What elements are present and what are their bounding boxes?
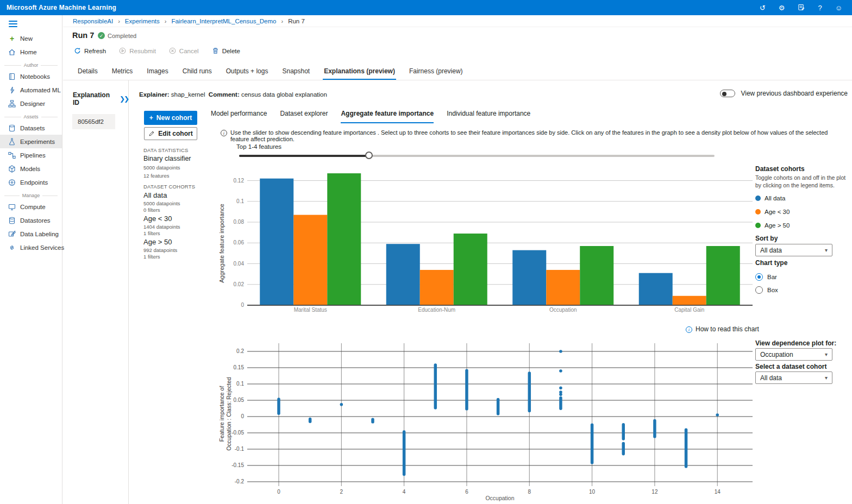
cancel-icon [169, 47, 176, 54]
sidebar-item-datastores[interactable]: Datastores [0, 213, 62, 227]
breadcrumb-link-fairlearn-interpretml-census-demo[interactable]: Fairlearn_InterpretML_Census_Demo [171, 18, 276, 24]
bar-occupation-age-30[interactable] [546, 270, 580, 305]
feedback-icon[interactable] [798, 4, 805, 12]
info-icon: i [221, 130, 227, 136]
explanation-id-item[interactable]: 80565df2 [72, 114, 115, 129]
bar-marital-status-age-50[interactable] [327, 173, 361, 305]
status-text: Completed [108, 33, 136, 39]
chart-type-bar[interactable]: Bar [755, 270, 778, 284]
sidebar-item-endpoints[interactable]: Endpoints [0, 175, 62, 189]
chevron-down-icon: ▾ [825, 351, 828, 357]
collapse-panel-icon[interactable]: ❯❯ [120, 95, 128, 103]
sidebar-item-pipelines[interactable]: Pipelines [0, 148, 62, 162]
sidebar-item-label: Datasets [20, 125, 45, 131]
delete-button[interactable]: Delete [212, 47, 240, 54]
previous-dashboard-toggle[interactable] [720, 90, 735, 97]
bar-capital-gain-age-50[interactable] [706, 246, 740, 305]
sidebar-item-datasets[interactable]: Datasets [0, 121, 62, 135]
comment-label: Comment: [209, 91, 240, 98]
scatter-column-x7 [497, 398, 500, 415]
model-type: Binary classifier [143, 155, 230, 162]
sidebar-item-label: Pipelines [20, 152, 46, 159]
scatter-column-x13 [685, 429, 688, 468]
tab-outputs-logs[interactable]: Outputs + logs [225, 65, 270, 80]
cancel-button[interactable]: Cancel [169, 47, 199, 54]
breadcrumb-link-responsibleai[interactable]: ResponsibleAI [73, 18, 113, 24]
how-to-read-link[interactable]: i How to read this chart [686, 325, 759, 333]
dependence-feature-dropdown[interactable]: Occupation ▾ [755, 348, 832, 361]
chart-type-radios: BarBox [755, 270, 778, 297]
history-icon[interactable]: ↺ [760, 4, 766, 11]
features-slider[interactable] [239, 155, 715, 157]
dependence-feature-value: Occupation [760, 351, 793, 358]
tab-explanations-preview[interactable]: Explanations (preview) [323, 65, 396, 80]
sidebar-item-new[interactable]: + New [0, 32, 62, 45]
tab-metrics[interactable]: Metrics [111, 65, 134, 80]
slider-thumb[interactable] [365, 152, 373, 159]
gear-icon[interactable]: ⚙ [779, 4, 785, 11]
tab-individual-feature-importance[interactable]: Individual feature importance [447, 110, 530, 123]
sidebar-item-label: Datastores [20, 217, 51, 224]
sidebar-item-data-labeling[interactable]: Data Labeling [0, 227, 62, 241]
tab-details[interactable]: Details [77, 65, 99, 80]
top-app-bar: Microsoft Azure Machine Learning ↺⚙?☺ [0, 0, 852, 15]
help-icon[interactable]: ? [818, 4, 822, 11]
tab-child-runs[interactable]: Child runs [181, 65, 213, 80]
scatter-point-x9 [559, 386, 562, 389]
tab-snapshot[interactable]: Snapshot [281, 65, 311, 80]
resubmit-button[interactable]: Resubmit [119, 47, 156, 54]
datasets-icon [8, 124, 16, 132]
bar-marital-status-age-30[interactable] [293, 215, 327, 305]
sidebar-item-models[interactable]: Models [0, 162, 62, 175]
chart-legend: All dataAge < 30Age > 50 [755, 191, 790, 232]
bar-education-num-age-50[interactable] [454, 234, 487, 305]
sidebar-item-designer[interactable]: Designer [0, 97, 62, 110]
sidebar-item-automated-ml[interactable]: Automated ML [0, 83, 62, 97]
bar-education-num-age-30[interactable] [420, 270, 454, 305]
legend-label: All data [765, 195, 785, 201]
legend-item-age-30[interactable]: Age < 30 [755, 205, 790, 218]
scatter-column-x4 [403, 430, 406, 476]
sidebar-item-linked-services[interactable]: Linked Services [0, 241, 62, 254]
tab-model-performance[interactable]: Model performance [211, 110, 267, 123]
automated-ml-icon [8, 86, 16, 94]
explainer-label: Explainer: [139, 91, 170, 98]
sort-by-dropdown[interactable]: All data ▾ [755, 244, 832, 256]
tab-dataset-explorer[interactable]: Dataset explorer [280, 110, 328, 123]
bar-education-num-all-data[interactable] [386, 244, 420, 305]
tab-images[interactable]: Images [146, 65, 169, 80]
dependence-cohort-dropdown[interactable]: All data ▾ [755, 371, 832, 384]
scatter-column-x5 [434, 363, 437, 410]
data-labeling-icon [8, 230, 16, 238]
new-cohort-button[interactable]: +New cohort [144, 111, 197, 125]
home-icon [8, 48, 16, 56]
bar-occupation-all-data[interactable] [512, 250, 546, 305]
slider-label: Top 1-4 features [236, 143, 281, 150]
chart-type-box[interactable]: Box [755, 284, 778, 297]
explanation-id-panel: Explanation ID ❯❯ 80565df2 [63, 80, 129, 504]
svg-text:0.02: 0.02 [234, 281, 245, 287]
scatter-column-x12 [653, 419, 656, 438]
smiley-icon[interactable]: ☺ [835, 4, 842, 11]
legend-item-age-50[interactable]: Age > 50 [755, 218, 790, 232]
hamburger-menu-icon[interactable] [9, 21, 17, 27]
tab-aggregate-feature-importance[interactable]: Aggregate feature importance [341, 110, 434, 123]
legend-item-all-data[interactable]: All data [755, 191, 790, 205]
svg-text:2: 2 [340, 489, 343, 495]
sidebar-item-compute[interactable]: Compute [0, 200, 62, 213]
sidebar-item-experiments[interactable]: Experiments [0, 135, 62, 148]
edit-cohort-button[interactable]: Edit cohort [144, 127, 197, 140]
legend-dot [755, 209, 761, 215]
svg-text:0.06: 0.06 [234, 240, 245, 245]
refresh-icon [74, 47, 81, 54]
bar-capital-gain-age-30[interactable] [673, 296, 706, 305]
bar-marital-status-all-data[interactable] [260, 179, 293, 305]
tab-fairness-preview[interactable]: Fairness (preview) [408, 65, 464, 80]
run-toolbar: Refresh Resubmit Cancel Delete [74, 47, 240, 54]
bar-occupation-age-50[interactable] [580, 246, 613, 305]
sidebar-item-notebooks[interactable]: Notebooks [0, 70, 62, 83]
sidebar-item-home[interactable]: Home [0, 45, 62, 59]
refresh-button[interactable]: Refresh [74, 47, 106, 54]
breadcrumb-link-experiments[interactable]: Experiments [125, 18, 160, 24]
bar-capital-gain-all-data[interactable] [639, 273, 673, 305]
